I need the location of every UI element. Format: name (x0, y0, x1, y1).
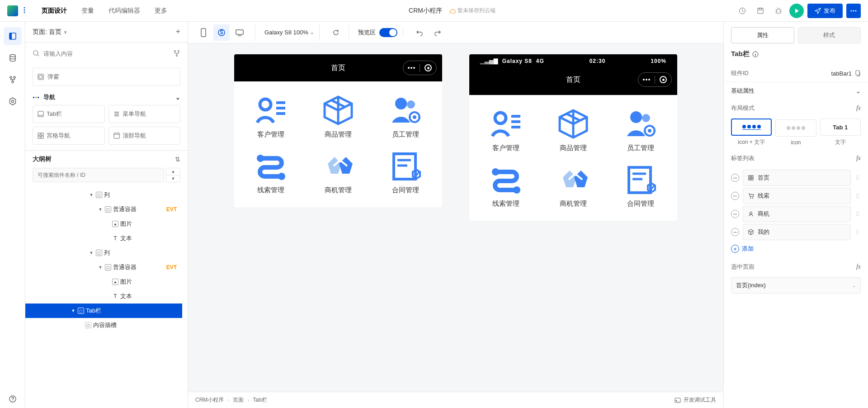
comp-top-nav[interactable]: 顶部导航 (108, 127, 181, 145)
drag-handle-icon[interactable] (854, 212, 861, 216)
tree-view-icon[interactable] (173, 50, 180, 57)
tree-row-container[interactable]: ▼▢普通容器EVT (25, 202, 182, 217)
history-icon[interactable] (735, 4, 750, 18)
tree-row-image[interactable]: ▲图片 (25, 217, 182, 231)
comp-grid-nav[interactable]: 宫格导航 (33, 127, 105, 145)
devtool-link[interactable]: 开发调试工具 (675, 396, 716, 404)
undo-icon[interactable] (412, 25, 427, 40)
grid-item-contract[interactable]: 合同管理 (374, 146, 438, 198)
breadcrumb-item[interactable]: Tab栏 (253, 396, 267, 404)
remove-tag-button[interactable] (731, 210, 739, 218)
grid-item-employee[interactable]: 员工管理 (609, 104, 673, 156)
fx-button[interactable]: fx (856, 104, 861, 112)
drag-handle-icon[interactable] (854, 176, 861, 180)
device-selector[interactable]: Galaxy S8 100% ⌄ (259, 24, 320, 41)
grid-item-product[interactable]: 商品管理 (541, 104, 605, 156)
remove-tag-button[interactable] (731, 192, 739, 200)
tree-row-tabbar[interactable]: ▼▢Tab栏 (25, 304, 182, 318)
nav-section-header[interactable]: 导航 ⌄ (25, 90, 188, 105)
outline-sort-icon[interactable]: ⇅ (175, 156, 180, 163)
device-desktop-icon[interactable] (231, 24, 248, 41)
chevron-down-icon: ⌄ (175, 94, 180, 101)
bug-icon[interactable] (771, 4, 786, 18)
grid-item-opportunity[interactable]: 商机管理 (541, 160, 605, 212)
capsule-menu-icon[interactable] (403, 61, 420, 75)
breadcrumb-item[interactable]: 页面 (233, 396, 244, 404)
selected-page-dropdown[interactable]: 首页(index) ⌄ (731, 277, 861, 294)
refresh-icon[interactable] (329, 25, 343, 40)
save-icon[interactable] (753, 4, 768, 18)
canvas-content[interactable]: 首页 客户管理 商品管理 员工管理 线索管理 商机管理 合同管理 (188, 43, 723, 392)
capsule-close-icon[interactable] (420, 61, 436, 75)
rail-data-icon[interactable] (4, 49, 22, 67)
tree-row-col[interactable]: ▼▢列 (25, 188, 182, 202)
redo-icon[interactable] (430, 25, 445, 40)
component-popup[interactable]: 弹窗 (33, 68, 180, 86)
tab-page-design[interactable]: 页面设计 (40, 1, 69, 20)
stepper-up[interactable]: ▲ (166, 168, 180, 176)
grid-item-employee[interactable]: 员工管理 (374, 90, 438, 142)
remove-tag-button[interactable] (731, 174, 739, 182)
drag-handle-icon[interactable] (854, 230, 861, 234)
drag-handle-icon[interactable] (854, 194, 861, 198)
layout-mode-text[interactable]: Tab 1 文字 (820, 119, 861, 146)
add-tag-button[interactable]: + 添加 (731, 241, 861, 256)
outline-stepper[interactable]: ▲▼ (166, 168, 180, 182)
comp-menu-nav[interactable]: 菜单导航 (108, 105, 181, 123)
tree-row-text[interactable]: T文本 (25, 289, 182, 304)
breadcrumb-item[interactable]: CRM小程序 (195, 396, 224, 404)
preview-switch[interactable] (379, 28, 397, 37)
cloud-status: 暂未保存到云端 (449, 7, 495, 14)
stepper-down[interactable]: ▼ (166, 176, 180, 182)
info-icon[interactable] (752, 51, 759, 57)
basic-props-header[interactable]: 基础属性 ⌄ (724, 82, 868, 100)
tag-item[interactable]: 首页 (743, 170, 851, 186)
rail-components-icon[interactable] (4, 27, 22, 45)
svg-point-57 (513, 186, 520, 194)
rail-tree-icon[interactable] (4, 71, 22, 89)
grid-item-customer[interactable]: 客户管理 (239, 90, 302, 142)
device-miniprogram-icon[interactable] (213, 24, 230, 41)
grid-item-contract[interactable]: 合同管理 (609, 160, 673, 212)
tag-item[interactable]: 我的 (743, 224, 851, 240)
tag-item[interactable]: 商机 (743, 206, 851, 222)
fx-button[interactable]: fx (856, 263, 861, 270)
outline-search-input[interactable] (33, 168, 164, 182)
grid-item-customer[interactable]: 客户管理 (474, 104, 538, 156)
publish-button[interactable]: 发布 (807, 4, 843, 18)
add-page-button[interactable]: + (175, 27, 180, 37)
grid-item-lead[interactable]: 线索管理 (474, 160, 538, 212)
grid-item-opportunity[interactable]: 商机管理 (306, 146, 370, 198)
rail-settings-icon[interactable] (4, 92, 22, 110)
capsule-close-icon[interactable] (655, 73, 671, 86)
tree-row-col[interactable]: ▼▢列 (25, 246, 182, 260)
rail-help-icon[interactable] (4, 390, 22, 408)
page-selector[interactable]: 页面: 首页 ▼ + (25, 22, 188, 43)
tab-code-editor[interactable]: 代码编辑器 (107, 1, 142, 20)
remove-tag-button[interactable] (731, 228, 739, 236)
component-search-input[interactable] (43, 46, 170, 61)
fx-button[interactable]: fx (856, 155, 861, 162)
device-mobile-icon[interactable] (195, 24, 212, 41)
tag-item[interactable]: 线索 (743, 188, 851, 204)
tab-styles[interactable]: 样式 (798, 27, 861, 43)
more-button[interactable] (846, 4, 861, 18)
image-icon: ▲ (112, 279, 118, 285)
tree-row-container[interactable]: ▼▢普通容器EVT (25, 260, 182, 275)
tree-row-text[interactable]: T文本 (25, 231, 182, 246)
tree-row-image[interactable]: ▲图片 (25, 275, 182, 289)
tab-properties[interactable]: 属性 (731, 27, 794, 43)
layout-mode-icon-text[interactable]: icon + 文字 (731, 119, 772, 146)
tab-variables[interactable]: 变量 (80, 1, 96, 20)
play-button[interactable] (789, 4, 804, 18)
logo-menu-icon[interactable] (22, 5, 27, 16)
grid-item-lead[interactable]: 线索管理 (239, 146, 302, 198)
tab-more[interactable]: 更多 (153, 1, 169, 20)
logo-area (7, 5, 29, 16)
copy-icon[interactable] (854, 70, 861, 76)
tree-row-slot[interactable]: ▢内容插槽 (25, 318, 182, 332)
grid-item-product[interactable]: 商品管理 (306, 90, 370, 142)
layout-mode-icon[interactable]: icon (775, 119, 816, 146)
capsule-menu-icon[interactable] (638, 73, 655, 86)
comp-tabbar[interactable]: Tab栏 (33, 105, 105, 123)
